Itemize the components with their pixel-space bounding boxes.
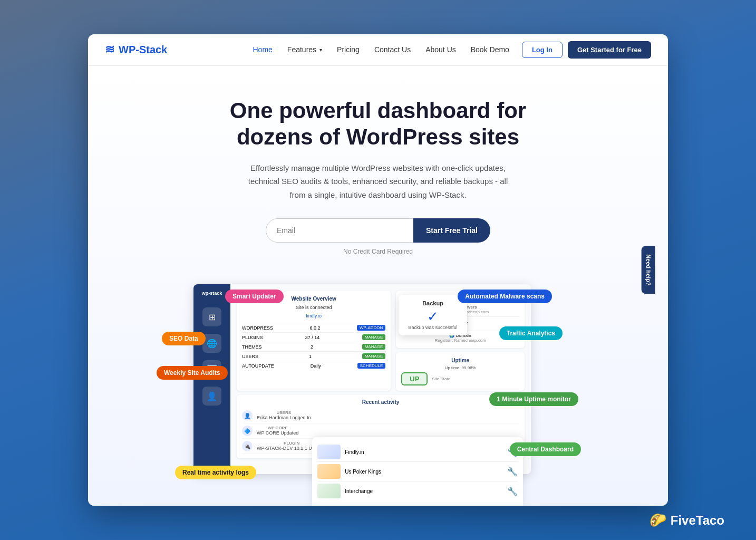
hero-form: Start Free Trial: [105, 218, 651, 243]
wordpress-label: WORDPRESS: [242, 325, 273, 331]
backup-check-icon: ✓: [404, 308, 462, 325]
central-row-1: Findly.in 🔧: [317, 442, 518, 462]
central-thumb-2: [317, 464, 341, 479]
themes-row: THEMES 2 MANAGE: [242, 342, 385, 351]
uptime-percent: Up time: 99.98%: [401, 365, 519, 370]
uptime-panel: Uptime Up time: 99.98% UP Site State: [396, 352, 525, 391]
activity-type-1: USERS: [257, 410, 311, 415]
central-thumb-3: [317, 484, 341, 498]
site-state-label: Site State: [432, 377, 450, 381]
backup-card: Backup ✓ Backup was successful: [399, 295, 467, 335]
activity-text-2: WP CORE Updated: [257, 430, 298, 436]
central-row-3: Interchange 🔧: [317, 481, 518, 500]
plugins-label: PLUGINS: [242, 335, 263, 340]
logo[interactable]: ≋ WP-Stack: [105, 43, 167, 56]
uptime-up-badge: UP: [401, 372, 428, 385]
central-site-2: Us Poker Kings: [345, 469, 381, 475]
uptime-monitor-badge: 1 Minute Uptime monitor: [489, 392, 578, 406]
activity-type-2: WP CORE: [257, 426, 298, 430]
activity-icon-3: 🔌: [242, 441, 253, 451]
autoupdate-row: AUTOUPDATE Daily SCHEDULE: [242, 361, 385, 370]
plugins-row: PLUGINS 37 / 14 MANAGE: [242, 332, 385, 342]
no-credit-card-label: No Credit Card Required: [105, 248, 651, 255]
central-thumb-1: [317, 445, 341, 459]
seo-data-badge: SEO Data: [162, 332, 206, 345]
navbar: ≋ WP-Stack Home Features ▾ Pricing Conta…: [88, 34, 668, 66]
need-help-tab[interactable]: Need help?: [641, 246, 655, 294]
wordpress-version: 6.0.2: [309, 325, 320, 331]
backup-title: Backup: [404, 300, 462, 306]
autoupdate-schedule: Daily: [311, 363, 321, 369]
automated-malware-badge: Automated Malware scans: [458, 290, 552, 303]
themes-label: THEMES: [242, 344, 262, 350]
uptime-title: Uptime: [401, 358, 519, 363]
hero-subtitle: Effortlessly manage multiple WordPress w…: [241, 161, 515, 202]
get-started-button[interactable]: Get Started for Free: [568, 41, 651, 59]
themes-count: 2: [311, 344, 313, 350]
schedule-tag: SCHEDULE: [357, 363, 386, 369]
browser-window: ≋ WP-Stack Home Features ▾ Pricing Conta…: [88, 34, 668, 506]
wp-addon-tag: WP-ADDON: [357, 325, 385, 331]
logo-icon: ≋: [105, 43, 114, 56]
wordpress-row: WORDPRESS 6.0.2 WP-ADDON: [242, 323, 385, 332]
start-trial-button[interactable]: Start Free Trial: [413, 218, 490, 243]
autoupdate-label: AUTOUPDATE: [242, 363, 274, 369]
nav-contact[interactable]: Contact Us: [374, 45, 411, 54]
fivetaco-icon: 🌮: [650, 512, 666, 528]
activity-icon-1: 👤: [242, 410, 253, 421]
site-url-label: findly.io: [242, 313, 385, 319]
hero-section: One powerful dashboard for dozens of Wor…: [88, 66, 668, 506]
users-count: 1: [309, 354, 312, 359]
traffic-analytics-badge: Traffic Analytics: [499, 326, 563, 340]
logo-text: WP-Stack: [119, 44, 167, 56]
chevron-down-icon: ▾: [319, 47, 322, 53]
central-row-2: Us Poker Kings 🔧: [317, 462, 518, 481]
central-site-1: Findly.in: [345, 449, 364, 455]
backup-success-label: Backup was successful: [404, 325, 462, 330]
sidebar-icon-users: 👤: [202, 387, 221, 406]
activity-icon-2: 🔷: [242, 426, 253, 436]
email-input[interactable]: [266, 218, 413, 243]
nav-book-demo[interactable]: Book Demo: [471, 45, 509, 54]
central-site-3: Interchange: [345, 488, 373, 494]
activity-title: Recent activity: [242, 399, 519, 405]
weekly-audits-badge: Weekly Site Audits: [157, 366, 228, 380]
hero-title: One powerful dashboard for dozens of Wor…: [193, 98, 563, 151]
central-panel: Findly.in 🔧 Us Poker Kings 🔧 Interchange…: [312, 437, 523, 506]
site-overview-panel: Website Overview Site is connected findl…: [237, 291, 391, 391]
users-row: USERS 1 MANAGE: [242, 351, 385, 361]
activity-item-2: 🔷 WP CORE WP CORE Updated: [242, 423, 519, 439]
fivetaco-branding: 🌮 FiveTaco: [650, 512, 724, 528]
nav-actions: Log In Get Started for Free: [522, 41, 651, 59]
sidebar-icon-overview: ⊞: [202, 307, 221, 326]
nav-about[interactable]: About Us: [425, 45, 456, 54]
smart-updater-badge: Smart Updater: [225, 290, 284, 303]
users-manage-tag: MANAGE: [362, 353, 386, 359]
nav-pricing[interactable]: Pricing: [337, 45, 360, 54]
activity-item-1: 👤 USERS Erika Hardman Logged In: [242, 408, 519, 423]
plugins-count: 37 / 14: [305, 335, 320, 340]
realtime-logs-badge: Real time activity logs: [175, 466, 256, 479]
login-button[interactable]: Log In: [522, 42, 563, 58]
fivetaco-text: FiveTaco: [671, 513, 724, 528]
site-connected-label: Site is connected: [242, 305, 385, 310]
users-label: USERS: [242, 354, 258, 359]
nav-features[interactable]: Features ▾: [287, 45, 322, 54]
activity-text-1: Erika Hardman Logged In: [257, 415, 311, 420]
manage-tag: MANAGE: [362, 334, 386, 340]
nav-links: Home Features ▾ Pricing Contact Us About…: [253, 45, 509, 54]
central-dashboard-badge: Central Dashboard: [510, 442, 581, 456]
themes-manage-tag: MANAGE: [362, 344, 386, 350]
nav-home[interactable]: Home: [253, 45, 273, 54]
